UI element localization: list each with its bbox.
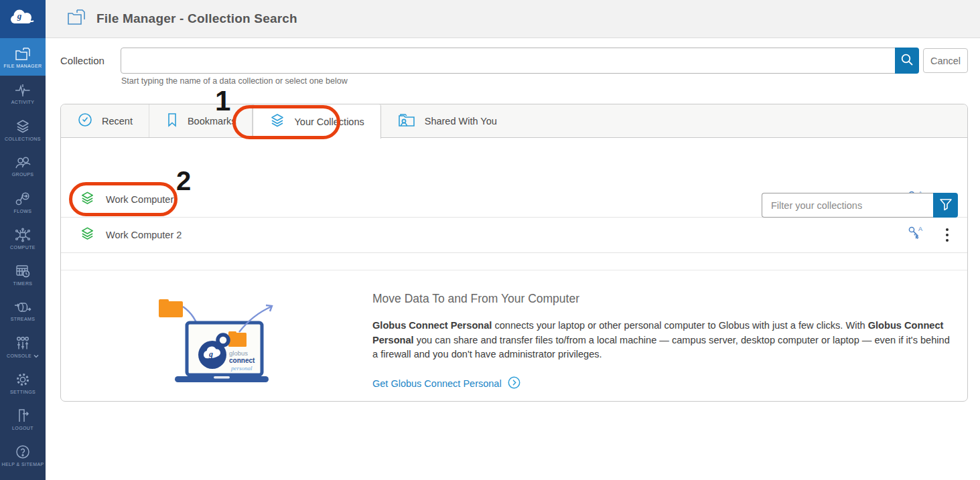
sidebar-item-label: LOGOUT xyxy=(12,426,33,430)
timers-icon xyxy=(15,263,31,279)
cancel-button[interactable]: Cancel xyxy=(923,48,968,73)
sidebar-item-collections[interactable]: COLLECTIONS xyxy=(0,112,46,148)
collection-layers-icon xyxy=(80,226,95,244)
tab-bookmarks[interactable]: Bookmarks xyxy=(149,104,253,137)
collection-layers-icon xyxy=(80,190,95,209)
funnel-icon xyxy=(938,197,953,214)
streams-icon xyxy=(13,300,32,315)
logout-icon xyxy=(15,408,31,424)
sidebar-item-label: FILE MANAGER xyxy=(4,64,42,68)
gcp-promo-section: g globus connect personal Move Data To a… xyxy=(61,270,967,392)
tab-label: Bookmarks xyxy=(188,116,236,127)
tab-your-collections[interactable]: Your Collections xyxy=(253,104,380,139)
sidebar-item-label: COMPUTE xyxy=(10,245,36,250)
tab-label: Recent xyxy=(102,116,133,127)
console-icon xyxy=(14,335,31,351)
filter-controls xyxy=(762,193,958,218)
tab-shared-with-you[interactable]: Shared With You xyxy=(381,104,513,137)
list-divider xyxy=(61,253,967,270)
flows-icon xyxy=(14,191,31,207)
get-gcp-link[interactable]: Get Globus Connect Personal xyxy=(372,376,520,391)
gcp-promo-text: Move Data To and From Your Computer Glob… xyxy=(372,291,954,392)
collections-card: Recent Bookmarks Your Co xyxy=(60,104,968,402)
sidebar-item-help-sitemap[interactable]: HELP & SITEMAP xyxy=(0,437,46,473)
credentials-key-icon[interactable]: A xyxy=(907,224,924,246)
svg-text:g: g xyxy=(17,11,22,21)
collection-name: Work Computer xyxy=(106,194,173,205)
search-button[interactable] xyxy=(895,48,919,74)
gcp-promo-paragraph: Globus Connect Personal connects your la… xyxy=(372,319,954,362)
shared-folder-icon xyxy=(397,112,416,130)
page-header: File Manager - Collection Search xyxy=(46,0,980,38)
search-helper-text: Start typing the name of a data collecti… xyxy=(121,76,348,86)
globus-cloud-icon: g xyxy=(9,7,37,31)
tab-label: Shared With You xyxy=(425,116,497,127)
collection-label: Collection xyxy=(60,55,104,66)
sidebar-item-streams[interactable]: STREAMS xyxy=(0,293,46,329)
chevron-right-circle-icon xyxy=(508,376,520,391)
svg-text:connect: connect xyxy=(229,357,255,364)
sidebar-item-console[interactable]: CONSOLE xyxy=(0,329,46,365)
help-icon xyxy=(15,444,31,460)
row-menu-kebab-icon[interactable] xyxy=(942,226,953,244)
gear-icon xyxy=(15,372,31,388)
page-title: File Manager - Collection Search xyxy=(96,11,297,26)
compute-icon xyxy=(14,227,31,243)
sidebar-item-settings[interactable]: SETTINGS xyxy=(0,365,46,401)
sidebar-item-label: HELP & SITEMAP xyxy=(1,462,44,467)
svg-text:globus: globus xyxy=(229,349,248,357)
chevron-down-icon xyxy=(33,354,39,358)
collection-name: Work Computer 2 xyxy=(106,230,182,240)
gcp-promo-title: Move Data To and From Your Computer xyxy=(372,292,954,306)
globus-connect-personal-illustration: g globus connect personal xyxy=(148,291,290,392)
sidebar-item-activity[interactable]: ACTIVITY xyxy=(0,76,46,112)
row-actions: A xyxy=(907,224,953,246)
file-manager-icon xyxy=(14,46,31,62)
sidebar-item-flows[interactable]: FLOWS xyxy=(0,184,46,220)
tab-label: Your Collections xyxy=(294,116,364,127)
sidebar-item-timers[interactable]: TIMERS xyxy=(0,256,46,293)
file-manager-header-icon xyxy=(66,8,86,29)
recent-clock-icon xyxy=(77,112,93,130)
layers-icon xyxy=(269,112,285,131)
sidebar-item-label: GROUPS xyxy=(12,172,34,177)
collection-search-input[interactable] xyxy=(121,48,896,74)
search-icon xyxy=(900,52,914,69)
svg-text:g: g xyxy=(208,349,213,359)
sidebar-item-label: TIMERS xyxy=(13,281,33,286)
sidebar-item-label: FLOWS xyxy=(14,209,32,214)
globus-logo[interactable]: g xyxy=(0,0,46,38)
svg-text:personal: personal xyxy=(230,365,253,372)
sidebar-item-label: STREAMS xyxy=(11,317,36,321)
tab-content: Work Computer A xyxy=(61,182,967,445)
sidebar-item-label: COLLECTIONS xyxy=(5,137,41,141)
globus-webapp: g FILE MANAGER ACTIVITY xyxy=(0,0,980,480)
filter-collections-input[interactable] xyxy=(762,193,933,218)
tab-bar: Recent Bookmarks Your Co xyxy=(61,104,967,138)
sidebar: g FILE MANAGER ACTIVITY xyxy=(0,0,46,480)
sidebar-item-groups[interactable]: GROUPS xyxy=(0,148,46,184)
collection-row-work-computer-2[interactable]: Work Computer 2 A xyxy=(61,218,967,253)
sidebar-item-label: CONSOLE xyxy=(7,353,39,358)
bookmark-icon xyxy=(165,112,179,130)
svg-text:A: A xyxy=(918,226,922,232)
sidebar-item-compute[interactable]: COMPUTE xyxy=(0,220,46,256)
sidebar-item-file-manager[interactable]: FILE MANAGER xyxy=(0,38,46,76)
sidebar-item-label: ACTIVITY xyxy=(11,100,35,104)
filter-button[interactable] xyxy=(933,193,958,218)
groups-icon xyxy=(14,155,31,170)
sidebar-item-label: SETTINGS xyxy=(10,390,36,394)
collections-icon xyxy=(15,118,31,135)
tab-recent[interactable]: Recent xyxy=(61,104,149,137)
activity-icon xyxy=(14,83,31,98)
sidebar-item-logout[interactable]: LOGOUT xyxy=(0,401,46,437)
